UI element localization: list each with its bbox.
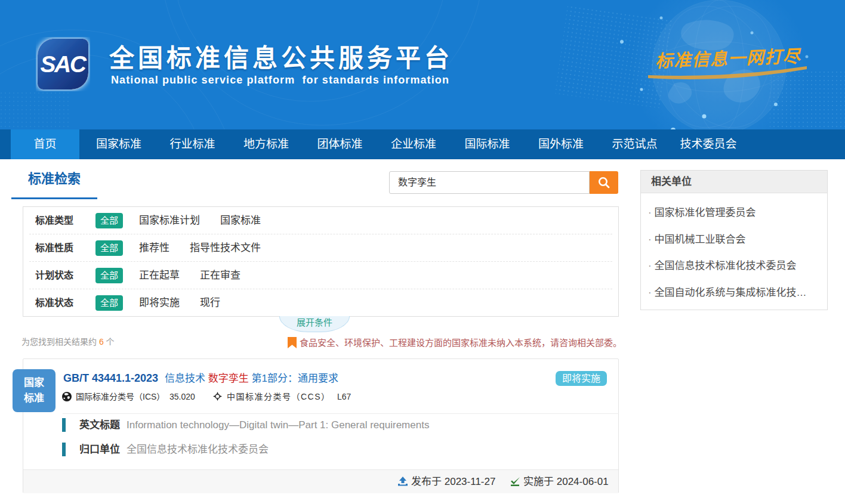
- svg-text:SAC: SAC: [41, 51, 87, 77]
